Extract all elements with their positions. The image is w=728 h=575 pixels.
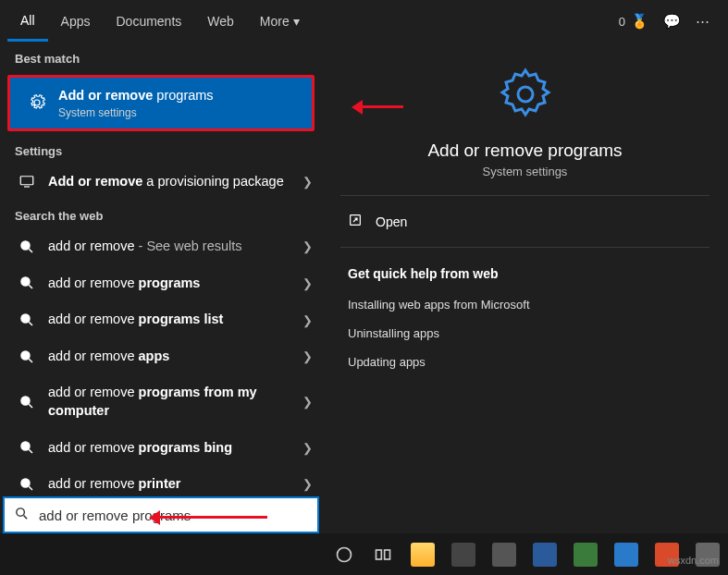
open-action[interactable]: Open [340, 196, 709, 248]
help-link[interactable]: Uninstalling apps [340, 319, 709, 348]
svg-point-6 [21, 442, 30, 450]
svg-point-1 [21, 241, 30, 250]
search-bar[interactable] [3, 496, 319, 533]
chevron-right-icon: ❯ [302, 477, 313, 491]
detail-subtitle: System settings [340, 165, 709, 178]
result-title: add or remove programs from my computer [48, 384, 311, 420]
svg-rect-0 [20, 177, 33, 185]
result-add-remove-programs[interactable]: Add or remove programs System settings [10, 78, 312, 128]
tab-all[interactable]: All [7, 2, 48, 42]
search-icon [11, 439, 43, 456]
web-result[interactable]: add or remove programs bing ❯ [0, 430, 322, 467]
svg-rect-12 [376, 550, 382, 559]
search-icon [11, 239, 43, 255]
chevron-right-icon: ❯ [302, 395, 313, 409]
help-heading: Get quick help from web [340, 248, 709, 290]
svg-point-4 [21, 351, 30, 360]
medal-icon: 🏅 [631, 13, 648, 30]
taskbar-app[interactable] [451, 543, 475, 567]
open-icon [348, 213, 363, 230]
search-icon [11, 349, 43, 365]
result-title: add or remove printer [48, 475, 311, 494]
svg-point-3 [21, 314, 30, 323]
file-explorer-icon[interactable] [411, 543, 435, 567]
result-title: add or remove programs [48, 275, 311, 293]
svg-point-8 [518, 87, 533, 102]
best-match-highlight: Add or remove programs System settings [7, 75, 315, 131]
search-icon [14, 506, 30, 525]
svg-point-2 [21, 277, 30, 286]
detail-title: Add or remove programs [340, 141, 709, 161]
help-link[interactable]: Installing web apps from Microsoft [340, 290, 709, 319]
result-title: add or remove programs bing [48, 439, 311, 458]
detail-panel: Add or remove programs System settings O… [322, 43, 728, 533]
web-result[interactable]: add or remove - See web results ❯ [0, 228, 322, 265]
section-settings: Settings [0, 135, 322, 164]
web-result[interactable]: add or remove programs list ❯ [0, 301, 322, 338]
chevron-right-icon: ❯ [302, 276, 313, 290]
svg-rect-13 [385, 550, 390, 559]
result-title: add or remove - See web results [48, 238, 311, 256]
annotation-arrow [142, 510, 271, 525]
taskbar-app[interactable] [574, 543, 598, 567]
chevron-right-icon: ❯ [302, 441, 313, 455]
feedback-icon[interactable]: 💬 [663, 13, 681, 30]
rewards-counter[interactable]: 0 🏅 [619, 13, 648, 30]
section-search-web: Search the web [0, 200, 322, 228]
chevron-right-icon: ❯ [302, 175, 313, 189]
help-link[interactable]: Updating apps [340, 348, 709, 376]
taskbar [0, 533, 728, 575]
web-result[interactable]: add or remove apps ❯ [0, 338, 322, 375]
web-result[interactable]: add or remove programs ❯ [0, 265, 322, 302]
section-best-match: Best match [0, 43, 322, 71]
web-result[interactable]: add or remove programs from my computer … [0, 374, 322, 429]
gear-icon [21, 94, 53, 111]
chevron-right-icon: ❯ [302, 313, 313, 327]
cortana-icon[interactable] [333, 544, 355, 566]
chevron-right-icon: ❯ [302, 349, 313, 363]
tab-apps[interactable]: Apps [48, 3, 104, 40]
svg-point-10 [17, 508, 24, 516]
more-options-icon[interactable]: ⋯ [696, 13, 709, 30]
watermark: wsxdn.com [668, 555, 719, 566]
taskbar-app[interactable] [614, 543, 638, 567]
annotation-arrow [344, 100, 403, 115]
svg-point-5 [21, 397, 30, 405]
chevron-right-icon: ❯ [302, 239, 313, 253]
search-icon [11, 312, 43, 328]
taskbar-app[interactable] [492, 543, 516, 567]
gear-icon-large [340, 65, 709, 128]
svg-point-7 [21, 479, 30, 487]
results-panel: Best match Add or remove programs System… [0, 43, 322, 533]
tab-documents[interactable]: Documents [103, 3, 194, 40]
result-title: add or remove apps [48, 348, 311, 366]
svg-point-11 [338, 547, 352, 561]
tab-more[interactable]: More ▾ [247, 3, 313, 40]
search-icon [11, 275, 43, 291]
search-icon [11, 476, 43, 493]
result-title: Add or remove a provisioning package [48, 173, 311, 191]
tab-web[interactable]: Web [194, 3, 247, 40]
task-view-icon[interactable] [372, 544, 394, 566]
result-title: Add or remove programs [58, 87, 301, 105]
search-icon [11, 394, 43, 410]
settings-icon [11, 173, 43, 190]
result-subtitle: System settings [58, 106, 301, 119]
taskbar-app[interactable] [533, 543, 557, 567]
result-title: add or remove programs list [48, 311, 311, 329]
result-provisioning-package[interactable]: Add or remove a provisioning package ❯ [0, 164, 322, 201]
